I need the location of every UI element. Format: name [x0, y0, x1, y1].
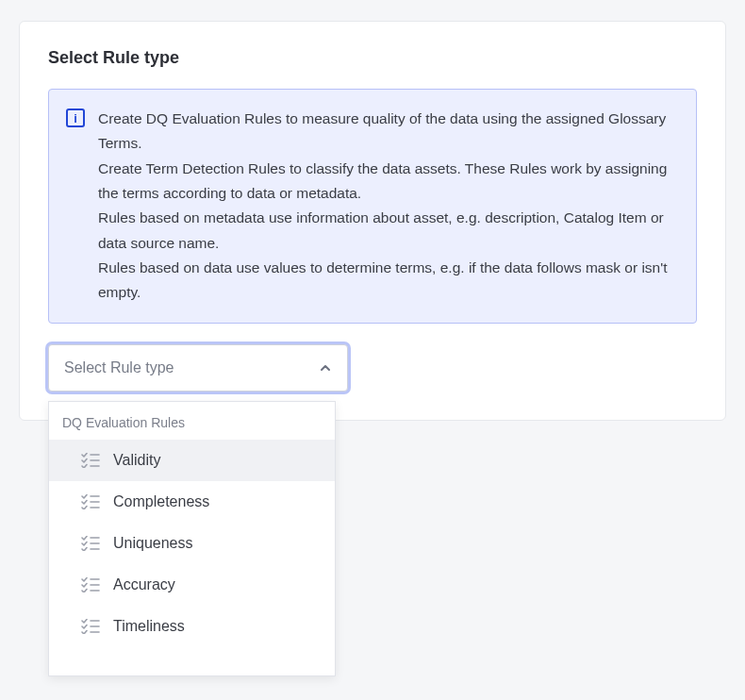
dropdown-item-label: Timeliness: [113, 618, 185, 635]
dropdown-item-label: Accuracy: [113, 576, 175, 593]
dropdown-overflow-spacer: [49, 647, 335, 675]
dropdown-item-accuracy[interactable]: Accuracy: [49, 564, 335, 606]
info-text: Create DQ Evaluation Rules to measure qu…: [98, 107, 677, 306]
dropdown-group-label: DQ Evaluation Rules: [49, 402, 335, 440]
info-paragraph: Create Term Detection Rules to classify …: [98, 157, 677, 207]
checklist-icon: [81, 536, 100, 551]
info-icon: i: [66, 108, 85, 127]
checklist-icon: [81, 619, 100, 634]
checklist-icon: [81, 577, 100, 592]
checklist-icon: [81, 453, 100, 468]
select-placeholder: Select Rule type: [64, 359, 174, 376]
dropdown-item-completeness[interactable]: Completeness: [49, 481, 335, 523]
page-title: Select Rule type: [48, 48, 697, 68]
dropdown-item-uniqueness[interactable]: Uniqueness: [49, 523, 335, 564]
dropdown-item-validity[interactable]: Validity: [49, 440, 335, 481]
dropdown-item-label: Completeness: [113, 493, 209, 510]
rule-type-select-wrap: Select Rule type DQ Evaluation Rules: [48, 344, 348, 392]
rule-type-select[interactable]: Select Rule type: [48, 344, 348, 392]
dropdown-item-timeliness[interactable]: Timeliness: [49, 606, 335, 647]
checklist-icon: [81, 494, 100, 509]
chevron-up-icon: [319, 361, 332, 375]
info-paragraph: Rules based on data use values to determ…: [98, 256, 677, 306]
select-rule-type-card: Select Rule type i Create DQ Evaluation …: [19, 21, 726, 421]
dropdown-item-label: Validity: [113, 452, 160, 469]
info-paragraph: Rules based on metadata use information …: [98, 206, 677, 256]
info-paragraph: Create DQ Evaluation Rules to measure qu…: [98, 107, 677, 157]
dropdown-item-label: Uniqueness: [113, 535, 193, 552]
rule-type-dropdown: DQ Evaluation Rules Validity: [48, 401, 336, 676]
dropdown-scroll[interactable]: DQ Evaluation Rules Validity: [49, 402, 335, 675]
info-box: i Create DQ Evaluation Rules to measure …: [48, 89, 697, 324]
